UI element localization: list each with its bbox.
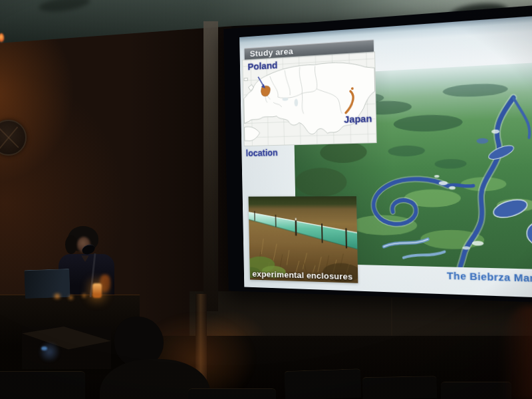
podium-light: [81, 293, 87, 298]
presentation-slide: Study area: [239, 15, 532, 298]
podium-light: [67, 295, 74, 300]
marsh-caption: The Biebrza Marsh: [447, 269, 532, 284]
wall-column: [203, 21, 218, 311]
lecture-room-photo: Study area: [0, 0, 532, 399]
location-label: location: [246, 148, 278, 158]
podium-light: [52, 293, 63, 299]
slide-title: Study area: [250, 47, 293, 59]
chair-back: [0, 371, 85, 399]
projection-screen: Study area: [223, 4, 532, 303]
device-glow: [37, 342, 61, 361]
presenter-hair: [65, 235, 77, 254]
device-led: [41, 346, 47, 350]
japan-label: Japan: [344, 112, 372, 124]
equipment-table: [22, 327, 111, 369]
chair-back: [284, 368, 361, 399]
enclosures-photo: experimental enclosures: [249, 196, 358, 283]
water-bottle: [92, 283, 102, 298]
chair-back: [362, 376, 438, 399]
world-map: Poland Japan: [242, 51, 376, 146]
map-landmasses: [243, 61, 376, 141]
poland-label: Poland: [247, 59, 277, 72]
laptop: [24, 269, 70, 299]
chair-back: [188, 388, 276, 399]
ceiling-vent: [38, 0, 91, 14]
